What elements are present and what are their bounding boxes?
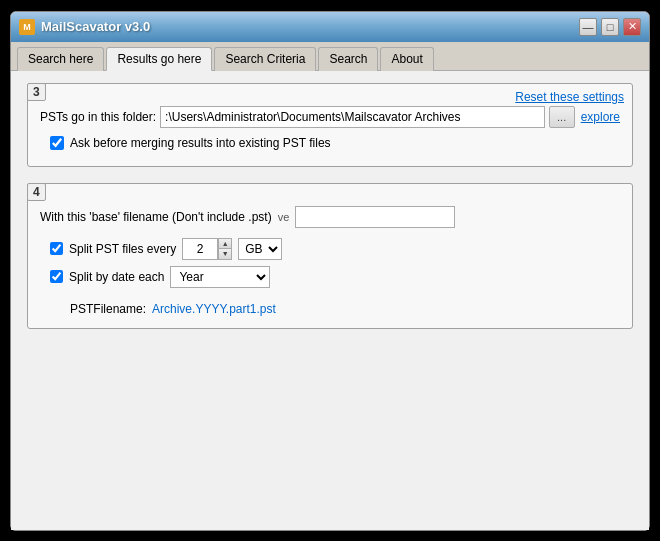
split-spinner: ▲ ▼ — [182, 238, 232, 260]
maximize-button[interactable]: □ — [601, 18, 619, 36]
split-unit-select[interactable]: MB GB TB — [238, 238, 282, 260]
tab-results-go-here[interactable]: Results go here — [106, 47, 212, 71]
title-bar-left: M MailScavator v3.0 — [19, 19, 150, 35]
reset-settings-link[interactable]: Reset these settings — [515, 90, 624, 104]
base-filename-row: With this 'base' filename (Don't include… — [40, 206, 620, 228]
browse-button[interactable]: ... — [549, 106, 575, 128]
title-controls: — □ ✕ — [579, 18, 641, 36]
folder-label: PSTs go in this folder: — [40, 110, 156, 124]
merge-checkbox-label: Ask before merging results into existing… — [70, 136, 331, 150]
base-filename-input[interactable] — [295, 206, 455, 228]
section-4-number: 4 — [27, 183, 46, 201]
merge-checkbox[interactable] — [50, 136, 64, 150]
main-window: M MailScavator v3.0 — □ ✕ Search here Re… — [10, 11, 650, 531]
merge-checkbox-row: Ask before merging results into existing… — [40, 136, 620, 150]
spinner-buttons: ▲ ▼ — [218, 238, 232, 260]
folder-row: PSTs go in this folder: ... explore — [40, 106, 620, 128]
tab-about[interactable]: About — [380, 47, 433, 71]
section-4-content: With this 'base' filename (Don't include… — [40, 206, 620, 316]
app-icon: M — [19, 19, 35, 35]
tab-search[interactable]: Search — [318, 47, 378, 71]
tab-bar: Search here Results go here Search Crite… — [11, 42, 649, 71]
section-3-content: PSTs go in this folder: ... explore Ask … — [40, 106, 620, 150]
section-4-box: 4 With this 'base' filename (Don't inclu… — [27, 183, 633, 329]
split-date-label: Split by date each — [69, 270, 164, 284]
content-area: 3 Reset these settings PSTs go in this f… — [11, 71, 649, 530]
spinner-down-button[interactable]: ▼ — [219, 249, 231, 259]
base-filename-note: ve — [278, 211, 290, 223]
split-date-row: Split by date each Day Week Month Year — [40, 266, 620, 288]
folder-path-input[interactable] — [160, 106, 545, 128]
split-date-select[interactable]: Day Week Month Year — [170, 266, 270, 288]
tab-search-here[interactable]: Search here — [17, 47, 104, 71]
pst-filename-value: Archive.YYYY.part1.pst — [152, 302, 276, 316]
spinner-up-button[interactable]: ▲ — [219, 239, 231, 250]
base-filename-label: With this 'base' filename (Don't include… — [40, 210, 272, 224]
split-value-input[interactable] — [182, 238, 218, 260]
split-pst-label: Split PST files every — [69, 242, 176, 256]
section-3-box: 3 Reset these settings PSTs go in this f… — [27, 83, 633, 167]
explore-link[interactable]: explore — [581, 110, 620, 124]
title-bar: M MailScavator v3.0 — □ ✕ — [11, 12, 649, 42]
pst-filename-row: PSTFilename: Archive.YYYY.part1.pst — [40, 302, 620, 316]
close-button[interactable]: ✕ — [623, 18, 641, 36]
split-pst-row: Split PST files every ▲ ▼ MB GB TB — [40, 238, 620, 260]
tab-search-criteria[interactable]: Search Criteria — [214, 47, 316, 71]
window-title: MailScavator v3.0 — [41, 19, 150, 34]
section-3-number: 3 — [27, 83, 46, 101]
split-date-checkbox[interactable] — [50, 270, 63, 283]
pst-filename-label: PSTFilename: — [70, 302, 146, 316]
minimize-button[interactable]: — — [579, 18, 597, 36]
split-pst-checkbox[interactable] — [50, 242, 63, 255]
